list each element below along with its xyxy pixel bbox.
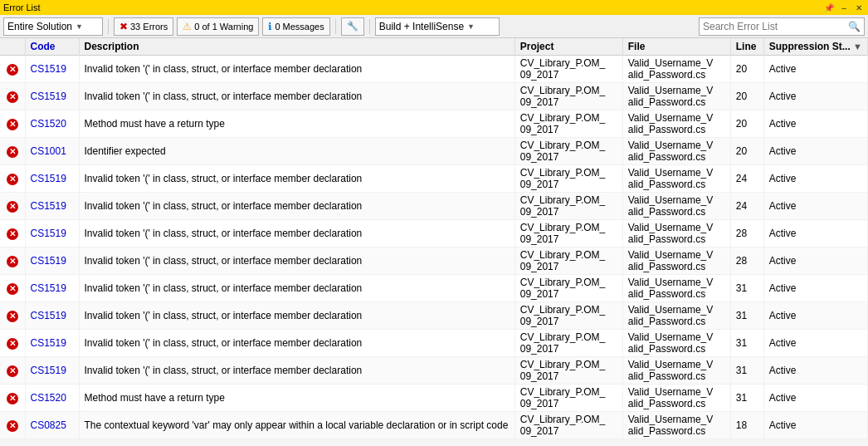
- table-row[interactable]: ✕CS1001Identifier expectedCV_Library_P.O…: [0, 138, 868, 165]
- row-line: 20: [730, 56, 763, 83]
- suppression-label: Suppression St...: [769, 41, 851, 52]
- row-file: Valid_Username_Valid_Password.cs: [622, 83, 730, 110]
- error-table: Code Description Project File Line Suppr…: [0, 38, 868, 439]
- table-row[interactable]: ✕CS1519Invalid token '(' in class, struc…: [0, 330, 868, 357]
- errors-filter-button[interactable]: ✖ 33 Errors: [114, 17, 173, 36]
- col-header-line[interactable]: Line: [730, 38, 763, 56]
- row-error-icon: ✕: [0, 385, 25, 412]
- row-code[interactable]: CS1519: [25, 56, 79, 83]
- row-suppression: Active: [763, 385, 867, 412]
- row-line: 31: [730, 330, 763, 357]
- col-header-suppression[interactable]: Suppression St... ▼: [763, 38, 867, 56]
- row-code[interactable]: CS1519: [25, 302, 79, 330]
- row-suppression: Active: [763, 275, 867, 302]
- row-file: Valid_Username_Valid_Password.cs: [622, 193, 730, 220]
- row-suppression: Active: [763, 248, 867, 275]
- row-error-icon: ✕: [0, 412, 25, 439]
- error-icon: ✖: [119, 21, 128, 32]
- error-list-table-container[interactable]: Code Description Project File Line Suppr…: [0, 38, 868, 446]
- tools-button[interactable]: 🔧: [341, 17, 364, 36]
- row-line: 20: [730, 138, 763, 165]
- row-project: CV_Library_P.OM_09_2017: [514, 385, 622, 412]
- table-row[interactable]: ✕CS1519Invalid token '(' in class, struc…: [0, 275, 868, 302]
- table-row[interactable]: ✕CS1519Invalid token '(' in class, struc…: [0, 302, 868, 330]
- row-suppression: Active: [763, 165, 867, 193]
- row-line: 28: [730, 220, 763, 248]
- row-file: Valid_Username_Valid_Password.cs: [622, 220, 730, 248]
- row-suppression: Active: [763, 138, 867, 165]
- title-bar: Error List 📌 – ✕: [0, 0, 868, 15]
- row-error-icon: ✕: [0, 138, 25, 165]
- row-description: Invalid token '(' in class, struct, or i…: [79, 193, 514, 220]
- row-line: 24: [730, 165, 763, 193]
- row-code[interactable]: CS1519: [25, 248, 79, 275]
- row-error-icon: ✕: [0, 275, 25, 302]
- table-row[interactable]: ✕CS1519Invalid token '(' in class, struc…: [0, 193, 868, 220]
- row-file: Valid_Username_Valid_Password.cs: [622, 412, 730, 439]
- row-code[interactable]: CS1519: [25, 330, 79, 357]
- row-code[interactable]: CS1519: [25, 193, 79, 220]
- toolbar: Entire Solution ▼ ✖ 33 Errors ⚠ 0 of 1 W…: [0, 15, 868, 38]
- build-dropdown[interactable]: Build + IntelliSense ▼: [375, 17, 500, 36]
- table-row[interactable]: ✕CS1520Method must have a return typeCV_…: [0, 110, 868, 138]
- row-description: Invalid token '(' in class, struct, or i…: [79, 56, 514, 83]
- row-project: CV_Library_P.OM_09_2017: [514, 83, 622, 110]
- col-header-project[interactable]: Project: [514, 38, 622, 56]
- table-body: ✕CS1519Invalid token '(' in class, struc…: [0, 56, 868, 439]
- table-row[interactable]: ✕CS1519Invalid token '(' in class, struc…: [0, 56, 868, 83]
- table-row[interactable]: ✕CS1519Invalid token '(' in class, struc…: [0, 165, 868, 193]
- col-header-code[interactable]: Code: [25, 38, 79, 56]
- warnings-count-label: 0 of 1 Warning: [194, 22, 253, 32]
- row-error-icon: ✕: [0, 110, 25, 138]
- table-row[interactable]: ✕CS1519Invalid token '(' in class, struc…: [0, 248, 868, 275]
- table-row[interactable]: ✕CS0825The contextual keyword 'var' may …: [0, 412, 868, 439]
- col-header-file[interactable]: File: [622, 38, 730, 56]
- row-description: Invalid token '(' in class, struct, or i…: [79, 165, 514, 193]
- warnings-filter-button[interactable]: ⚠ 0 of 1 Warning: [177, 17, 259, 36]
- tools-icon: 🔧: [347, 21, 358, 32]
- row-code[interactable]: CS1519: [25, 357, 79, 385]
- messages-count-label: 0 Messages: [275, 22, 324, 32]
- col-header-icon[interactable]: [0, 38, 25, 56]
- row-code[interactable]: CS1001: [25, 138, 79, 165]
- toolbar-separator-1: [108, 19, 109, 34]
- row-error-icon: ✕: [0, 165, 25, 193]
- row-code[interactable]: CS1520: [25, 385, 79, 412]
- row-error-icon: ✕: [0, 357, 25, 385]
- row-code[interactable]: CS1519: [25, 220, 79, 248]
- row-line: 28: [730, 248, 763, 275]
- row-description: Invalid token '(' in class, struct, or i…: [79, 357, 514, 385]
- messages-filter-button[interactable]: ℹ 0 Messages: [262, 17, 329, 36]
- filter-funnel-icon[interactable]: ▼: [853, 42, 862, 51]
- table-row[interactable]: ✕CS1519Invalid token '(' in class, struc…: [0, 83, 868, 110]
- table-row[interactable]: ✕CS1519Invalid token '(' in class, struc…: [0, 357, 868, 385]
- row-code[interactable]: CS1519: [25, 83, 79, 110]
- row-file: Valid_Username_Valid_Password.cs: [622, 56, 730, 83]
- build-label: Build + IntelliSense: [379, 21, 464, 32]
- row-line: 18: [730, 412, 763, 439]
- title-bar-controls: 📌 – ✕: [823, 2, 865, 13]
- table-row[interactable]: ✕CS1519Invalid token '(' in class, struc…: [0, 220, 868, 248]
- minimize-button[interactable]: –: [838, 2, 850, 13]
- row-code[interactable]: CS0825: [25, 412, 79, 439]
- row-project: CV_Library_P.OM_09_2017: [514, 165, 622, 193]
- close-button[interactable]: ✕: [853, 2, 865, 13]
- row-code[interactable]: CS1520: [25, 110, 79, 138]
- row-line: 20: [730, 83, 763, 110]
- row-code[interactable]: CS1519: [25, 165, 79, 193]
- scope-dropdown[interactable]: Entire Solution ▼: [3, 17, 103, 36]
- row-file: Valid_Username_Valid_Password.cs: [622, 330, 730, 357]
- row-description: Identifier expected: [79, 138, 514, 165]
- table-header-row: Code Description Project File Line Suppr…: [0, 38, 868, 56]
- search-input[interactable]: [703, 21, 848, 32]
- table-row[interactable]: ✕CS1520Method must have a return typeCV_…: [0, 385, 868, 412]
- pin-button[interactable]: 📌: [823, 2, 835, 13]
- row-description: Invalid token '(' in class, struct, or i…: [79, 275, 514, 302]
- row-code[interactable]: CS1519: [25, 275, 79, 302]
- col-header-description[interactable]: Description: [79, 38, 514, 56]
- row-file: Valid_Username_Valid_Password.cs: [622, 248, 730, 275]
- toolbar-separator-3: [369, 19, 370, 34]
- row-description: Invalid token '(' in class, struct, or i…: [79, 220, 514, 248]
- row-suppression: Active: [763, 357, 867, 385]
- search-box[interactable]: 🔍: [699, 17, 865, 36]
